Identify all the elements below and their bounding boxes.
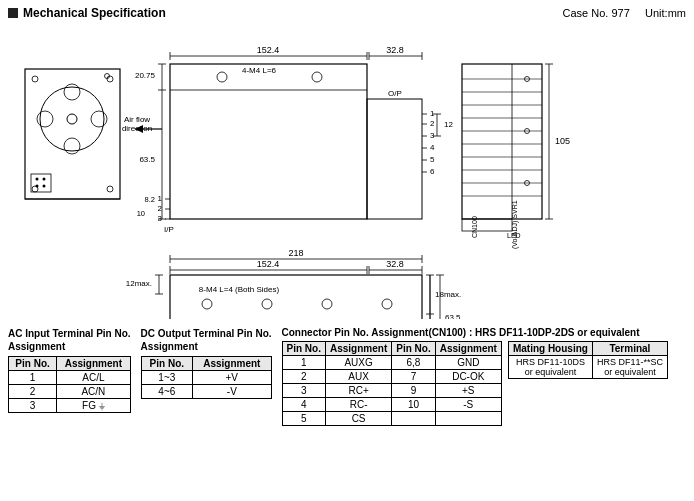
svg-text:32.8: 32.8 (386, 259, 404, 269)
svg-text:218: 218 (288, 248, 303, 258)
square-icon (8, 8, 18, 18)
svg-text:1: 1 (430, 109, 435, 118)
table-row: 1~3+V (141, 371, 271, 385)
table-row: 4RC-10-S (282, 398, 501, 412)
dc-table-title: DC Output Terminal Pin No.Assignment (141, 327, 272, 353)
svg-text:5: 5 (430, 155, 435, 164)
table-row: 2AUX7DC-OK (282, 370, 501, 384)
table-row: 1AUXG6,8GND (282, 356, 501, 370)
mating-value: HRS DF11-10DSor equivalent (508, 356, 592, 379)
svg-text:18max.: 18max. (435, 290, 461, 299)
table-row: 5CS (282, 412, 501, 426)
svg-rect-51 (367, 99, 422, 219)
svg-text:20.75: 20.75 (135, 71, 156, 80)
svg-text:10: 10 (137, 209, 145, 218)
svg-text:2: 2 (158, 204, 163, 213)
svg-text:CN100: CN100 (471, 216, 478, 238)
connector-title: Connector Pin No. Assignment(CN100) : HR… (282, 327, 686, 338)
svg-rect-30 (170, 64, 367, 219)
unit-info: Unit:mm (645, 7, 686, 19)
connector-section: Connector Pin No. Assignment(CN100) : HR… (282, 327, 686, 426)
svg-rect-104 (170, 275, 422, 319)
svg-point-3 (64, 84, 80, 100)
connector-main-table: Pin No. Assignment Pin No. Assignment 1A… (282, 341, 502, 426)
case-info: Case No. 977 (563, 7, 630, 19)
svg-text:direction: direction (122, 124, 152, 133)
dc-col-assign: Assignment (193, 357, 271, 371)
ac-col-pinno: Pin No. (9, 357, 57, 371)
svg-text:32.8: 32.8 (386, 45, 404, 55)
table-row: 4~6-V (141, 385, 271, 399)
cn-col-pinno1: Pin No. (282, 342, 325, 356)
svg-text:3: 3 (158, 214, 163, 223)
svg-text:1: 1 (158, 194, 163, 203)
svg-point-4 (64, 138, 80, 154)
svg-point-13 (43, 178, 46, 181)
cn-col-assign1: Assignment (325, 342, 391, 356)
svg-text:12: 12 (444, 120, 453, 129)
tables-area: AC Input Terminal Pin No.Assignment Pin … (8, 327, 686, 426)
svg-text:12max.: 12max. (126, 279, 152, 288)
page: Mechanical Specification Case No. 977 Un… (0, 0, 694, 501)
svg-point-1 (40, 87, 104, 151)
svg-text:2: 2 (430, 119, 435, 128)
terminal-header: Terminal (592, 342, 667, 356)
dc-output-section: DC Output Terminal Pin No.Assignment Pin… (141, 327, 272, 399)
svg-text:4: 4 (430, 143, 435, 152)
mating-header: Mating Housing (508, 342, 592, 356)
dc-col-pinno: Pin No. (141, 357, 192, 371)
svg-text:6: 6 (430, 167, 435, 176)
svg-point-8 (107, 76, 113, 82)
svg-text:4-M4 L=6: 4-M4 L=6 (242, 66, 277, 75)
table-row: 3RC+9+S (282, 384, 501, 398)
svg-point-106 (202, 299, 212, 309)
svg-point-7 (32, 76, 38, 82)
svg-text:63.5: 63.5 (139, 155, 155, 164)
svg-point-15 (43, 185, 46, 188)
svg-point-14 (36, 185, 39, 188)
svg-rect-11 (31, 174, 51, 192)
ac-col-assign: Assignment (57, 357, 130, 371)
svg-text:152.4: 152.4 (257, 259, 280, 269)
svg-rect-88 (462, 219, 512, 231)
connector-tables: Pin No. Assignment Pin No. Assignment 1A… (282, 341, 686, 426)
cn-col-assign2: Assignment (435, 342, 501, 356)
diagram-area: Air flow direction 152.4 32.8 20.75 (8, 24, 686, 319)
mating-housing-table: Mating Housing Terminal HRS DF11-10DSor … (508, 341, 668, 379)
svg-point-2 (67, 114, 77, 124)
svg-text:(Vo-ADJ) SVR1: (Vo-ADJ) SVR1 (511, 200, 519, 249)
table-row: 3FG ⏚ (9, 399, 131, 413)
svg-text:105: 105 (555, 136, 570, 146)
table-row: 1AC/L (9, 371, 131, 385)
mechanical-drawing: Air flow direction 152.4 32.8 20.75 (7, 24, 687, 319)
terminal-value: HRS DF11-**SCor equivalent (592, 356, 667, 379)
svg-point-10 (107, 186, 113, 192)
svg-point-5 (37, 111, 53, 127)
svg-text:8.2: 8.2 (145, 195, 155, 204)
header: Mechanical Specification Case No. 977 Un… (8, 6, 686, 20)
svg-point-107 (262, 299, 272, 309)
svg-rect-0 (25, 69, 120, 199)
dc-output-table: Pin No. Assignment 1~3+V4~6-V (141, 356, 272, 399)
svg-text:O/P: O/P (388, 89, 402, 98)
svg-point-6 (91, 111, 107, 127)
ac-table-title: AC Input Terminal Pin No.Assignment (8, 327, 131, 353)
svg-text:8-M4 L=4 (Both Sides): 8-M4 L=4 (Both Sides) (199, 285, 280, 294)
table-row: 2AC/N (9, 385, 131, 399)
svg-point-109 (382, 299, 392, 309)
ac-input-section: AC Input Terminal Pin No.Assignment Pin … (8, 327, 131, 413)
svg-point-39 (217, 72, 227, 82)
svg-text:I/P: I/P (164, 225, 174, 234)
header-title: Mechanical Specification (8, 6, 166, 20)
svg-text:Air flow: Air flow (124, 115, 150, 124)
ac-input-table: Pin No. Assignment 1AC/L2AC/N3FG ⏚ (8, 356, 131, 413)
svg-text:63.5: 63.5 (445, 313, 461, 319)
svg-point-108 (322, 299, 332, 309)
svg-point-40 (312, 72, 322, 82)
cn-col-pinno2: Pin No. (392, 342, 435, 356)
title-text: Mechanical Specification (23, 6, 166, 20)
header-right: Case No. 977 Unit:mm (563, 7, 687, 19)
connector-right-tables: Mating Housing Terminal HRS DF11-10DSor … (508, 341, 668, 379)
svg-text:152.4: 152.4 (257, 45, 280, 55)
svg-point-12 (36, 178, 39, 181)
